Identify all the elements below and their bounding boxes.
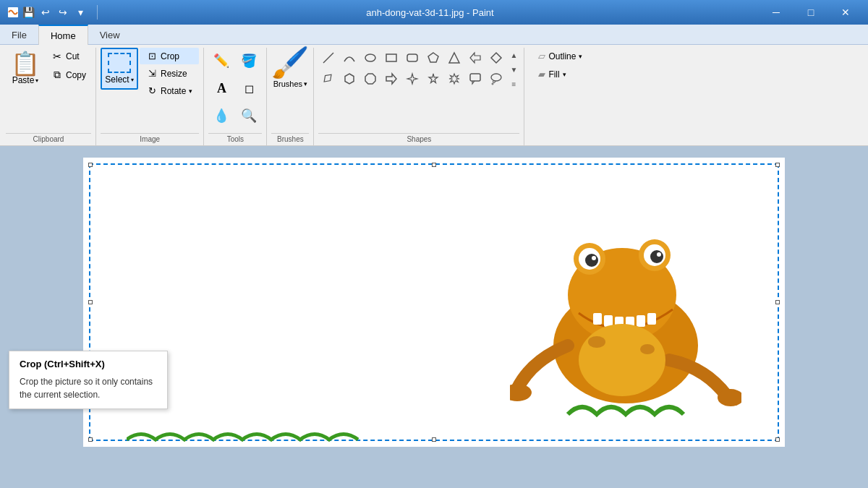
outline-button[interactable]: ▱ Outline ▾ [532,48,589,64]
svg-point-29 [657,252,661,257]
resize-button[interactable]: ⇲ Resize [140,65,199,82]
shapes-scroll-up[interactable]: ▲ [508,48,519,62]
svg-rect-34 [637,315,645,327]
handle-top-right[interactable] [775,163,780,167]
tab-home[interactable]: Home [38,25,88,45]
shape-rect[interactable] [381,48,401,68]
svg-rect-16 [470,74,480,81]
shapes-row-2 [318,69,506,89]
magnifier-button[interactable]: 🔍 [236,103,262,129]
shape-star6[interactable] [444,69,464,89]
crop-button[interactable]: ⊡ Crop [140,48,199,64]
cut-label: Cut [66,51,80,61]
select-button[interactable]: Select ▾ [101,48,138,90]
svg-rect-35 [647,313,656,325]
undo-quick-btn[interactable]: ↩ [38,4,54,20]
select-arrow-icon: ▾ [131,77,134,83]
grass-svg [127,425,416,447]
handle-middle-right[interactable] [775,300,780,304]
tooltip-description: Crop the picture so it only contains the… [20,375,157,401]
svg-marker-12 [386,74,396,84]
brushes-group-content: 🖌️ Brushes ▾ [271,48,309,132]
svg-point-19 [492,83,493,85]
text-button[interactable]: A [208,75,234,101]
svg-point-2 [365,54,375,61]
pencil-button[interactable]: ✏️ [208,48,234,74]
svg-marker-13 [407,74,417,84]
handle-middle-left[interactable] [88,300,93,304]
save-quick-btn[interactable]: 💾 [20,4,36,20]
outline-icon: ▱ [538,51,545,61]
shape-triangle[interactable] [444,48,464,68]
cut-button[interactable]: ✂ Cut [46,48,91,65]
shape-rhombus[interactable] [318,69,339,89]
fill-icon: ▰ [538,69,545,80]
shape-octagon[interactable] [360,69,380,89]
shapes-scroll-down[interactable]: ▼ [508,62,519,77]
tools-group: ✏️ 🪣 A ◻ 💧 🔍 Tools [204,48,267,145]
brushes-content: 🖌️ Brushes ▾ [271,48,309,88]
svg-marker-5 [428,53,438,62]
brushes-group-label: Brushes [271,133,309,145]
title-separator [97,5,98,20]
shape-callout[interactable] [465,69,485,89]
image-group-label: Image [101,133,199,145]
tab-bar: File Home View [0,25,868,45]
handle-top-left[interactable] [88,163,93,167]
shape-star5[interactable] [423,69,443,89]
clipboard-group: 📋 Paste ▾ ✂ Cut ⧉ Copy [1,48,96,145]
shape-arrow-right[interactable] [381,69,401,89]
shape-hexagon[interactable] [339,69,359,89]
rotate-label: Rotate [161,86,186,96]
shape-arrow-left[interactable] [465,48,485,68]
shape-roundrect[interactable] [402,48,422,68]
paste-arrow-icon: ▾ [35,77,38,84]
close-btn[interactable]: ✕ [829,0,862,25]
copy-button[interactable]: ⧉ Copy [46,66,91,84]
resize-icon: ⇲ [146,68,158,79]
crop-label: Crop [161,51,179,61]
svg-point-18 [493,81,495,83]
quick-access-toolbar: 💾 ↩ ↪ ▾ [20,4,88,20]
shape-star4[interactable] [402,69,422,89]
ribbon: File Home View 📋 Paste ▾ ✂ Cut [0,25,868,146]
svg-point-39 [588,336,605,348]
fill-label: Fill [548,69,559,80]
redo-quick-btn[interactable]: ↪ [55,4,71,20]
svg-marker-9 [322,72,333,84]
resize-label: Resize [161,69,187,79]
tab-view[interactable]: View [88,25,132,45]
fill-button[interactable]: ▰ Fill ▾ [532,66,589,82]
svg-rect-4 [407,54,417,61]
svg-point-28 [592,256,596,260]
eyedropper-button[interactable]: 💧 [208,103,234,129]
shape-pentagon[interactable] [423,48,443,68]
handle-bottom-left[interactable] [88,437,93,442]
paste-button[interactable]: 📋 Paste ▾ [6,48,45,90]
scissors-icon: ✂ [51,51,63,62]
fill-arrow-icon: ▾ [563,71,566,78]
brushes-arrow-icon: ▾ [304,80,307,87]
shape-oval[interactable] [360,48,380,68]
shapes-group-content: ▲ ▼ ≡ [318,48,519,132]
shape-diamond[interactable] [486,48,506,68]
svg-marker-15 [449,74,459,84]
tab-file[interactable]: File [0,25,38,45]
handle-top-middle[interactable] [432,163,436,167]
rotate-button[interactable]: ↻ Rotate ▾ [140,82,199,99]
customize-quick-btn[interactable]: ▾ [72,4,88,20]
shape-thought[interactable] [486,69,506,89]
shapes-scroll-more[interactable]: ≡ [508,77,519,91]
shape-curve[interactable] [339,48,359,68]
svg-marker-14 [429,74,438,83]
brush-icon[interactable]: 🖌️ [271,48,309,78]
shapes-grid [318,48,506,89]
shape-line[interactable] [318,48,339,68]
maximize-btn[interactable]: □ [794,0,827,25]
minimize-btn[interactable]: ─ [760,0,793,25]
svg-point-17 [491,74,501,81]
clipboard-group-label: Clipboard [6,133,91,145]
fill-button[interactable]: 🪣 [236,48,262,74]
eraser-button[interactable]: ◻ [236,75,262,101]
canvas[interactable] [83,158,785,447]
